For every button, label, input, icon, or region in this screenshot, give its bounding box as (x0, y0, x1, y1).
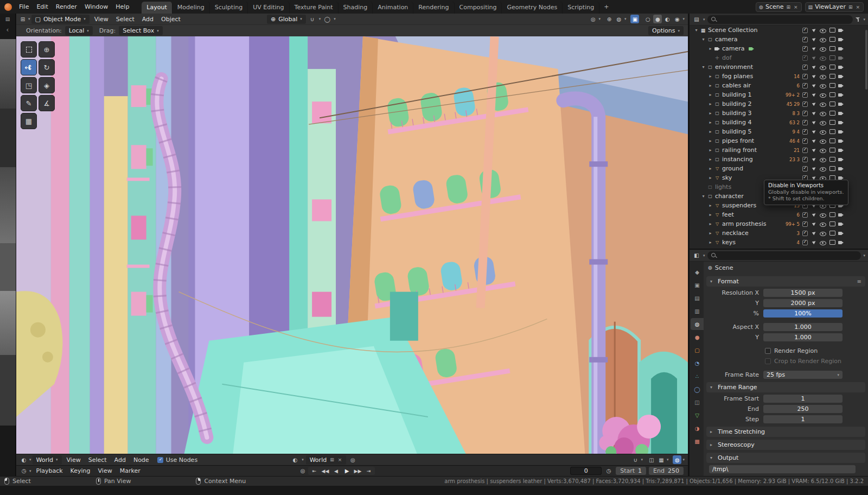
xray-toggle-icon[interactable]: ▣ (630, 15, 639, 23)
properties-tab-constraints[interactable] (691, 396, 704, 408)
mode-label[interactable]: Object Mode (43, 16, 81, 23)
disable-viewports-toggle[interactable] (829, 119, 835, 126)
timeline-menu[interactable]: View (94, 466, 116, 475)
overlay-toggle-icon[interactable]: ◍ (673, 455, 681, 464)
app-menu[interactable]: Window (81, 2, 112, 11)
frame-end-field[interactable]: End 250 (649, 467, 684, 475)
selectable-toggle[interactable] (811, 101, 818, 107)
gizmos-icon[interactable]: ⊕ (605, 15, 614, 23)
orientation-dropdown[interactable]: Local ▾ (65, 26, 93, 35)
disclosure-triangle-icon[interactable]: ▸ (707, 203, 713, 208)
select-box-tool[interactable] (21, 41, 37, 58)
add-cube-tool[interactable]: ▦ (21, 113, 37, 129)
new-scene-icon[interactable]: ⊞ (786, 4, 792, 10)
selectable-toggle[interactable] (811, 230, 818, 237)
shader-editor-icon[interactable]: ◐ (20, 455, 28, 464)
frame-start-field[interactable]: Start 1 (616, 467, 646, 475)
overlay-caret[interactable]: ▾ (682, 458, 685, 462)
unlink-world-icon[interactable]: × (337, 457, 343, 462)
disable-viewports-toggle[interactable] (829, 92, 835, 98)
disable-render-toggle[interactable] (838, 166, 844, 172)
disable-viewports-toggle[interactable] (829, 221, 835, 227)
shader-menu[interactable]: Select (85, 455, 111, 465)
disable-render-toggle[interactable] (838, 64, 844, 71)
shading-material-icon[interactable]: ◐ (663, 15, 672, 23)
hide-viewport-toggle[interactable] (820, 156, 826, 163)
outliner-editor-caret[interactable]: ▾ (703, 17, 705, 22)
disable-render-toggle[interactable] (838, 110, 844, 117)
move-tool[interactable] (21, 59, 37, 75)
outliner-row[interactable]: ▸▽ground (690, 164, 868, 173)
shader-type-dropdown[interactable]: World▾ (33, 455, 62, 465)
outliner-item-name[interactable]: camera (722, 45, 745, 52)
crop-render-region-checkbox[interactable] (765, 358, 771, 364)
hide-viewport-toggle[interactable] (820, 110, 826, 117)
orientation-value[interactable]: Local (69, 27, 85, 34)
workspace-tab[interactable]: Layout (142, 2, 172, 14)
workspace-tab[interactable]: Compositing (455, 2, 502, 14)
aspect-x-field[interactable]: 1.000 (763, 323, 843, 331)
options-button[interactable]: Options ▾ (648, 26, 684, 35)
outliner-item-name[interactable]: character (715, 193, 744, 200)
exclude-checkbox[interactable] (802, 82, 808, 89)
workspace-tab[interactable]: Animation (373, 2, 413, 14)
disable-render-toggle[interactable] (838, 129, 844, 135)
disclosure-triangle-icon[interactable]: ▸ (707, 129, 713, 134)
exclude-checkbox[interactable] (802, 221, 808, 227)
unlink-scene-icon[interactable]: × (793, 4, 799, 10)
disable-render-toggle[interactable] (838, 119, 844, 126)
hide-viewport-toggle[interactable] (820, 92, 826, 98)
properties-tab-tool[interactable] (691, 266, 704, 278)
filter-caret[interactable]: ▾ (863, 17, 865, 22)
workspace-tab[interactable]: Rendering (413, 2, 454, 14)
disable-viewports-toggle[interactable] (829, 46, 835, 52)
disable-viewports-toggle[interactable] (829, 239, 835, 246)
exclude-checkbox[interactable] (802, 92, 808, 98)
shader-editor-caret[interactable]: ▾ (29, 458, 31, 462)
disable-render-toggle[interactable] (838, 73, 844, 80)
play-button[interactable]: ▶ (342, 467, 352, 475)
shader-menu[interactable]: Add (111, 455, 130, 465)
disable-viewports-toggle[interactable] (829, 166, 835, 172)
properties-tab-object-data[interactable] (691, 409, 704, 421)
hide-viewport-toggle[interactable] (820, 230, 826, 237)
selectable-toggle[interactable] (811, 46, 818, 52)
properties-options-caret[interactable]: ▾ (863, 253, 865, 258)
visibility-caret[interactable]: ▾ (598, 17, 601, 21)
disclosure-triangle-icon[interactable]: ▸ (707, 166, 713, 171)
editor-type-icon[interactable]: ⊞ (18, 15, 27, 23)
hide-viewport-toggle[interactable] (820, 138, 826, 144)
exclude-checkbox[interactable] (802, 110, 808, 117)
shading-solid-icon[interactable]: ● (653, 15, 662, 23)
disclosure-triangle-icon[interactable]: ▾ (700, 65, 706, 69)
disclosure-triangle-icon[interactable]: ▸ (707, 221, 713, 226)
disable-viewports-toggle[interactable] (829, 230, 835, 237)
grid-icon[interactable]: ▦ (657, 455, 666, 464)
disclosure-triangle-icon[interactable]: ▸ (707, 148, 713, 153)
outliner-row[interactable]: ▸▢cables air6 (690, 81, 868, 90)
outliner-row[interactable]: ▸▢railing front21 (690, 145, 868, 155)
outliner-item-name[interactable]: keys (722, 239, 736, 246)
annotate-tool[interactable]: ✎ (21, 95, 37, 111)
disclosure-triangle-icon[interactable]: ▸ (707, 74, 713, 79)
frame-start-field[interactable]: 1 (763, 395, 843, 403)
outliner-item-name[interactable]: building 2 (722, 100, 752, 107)
exclude-checkbox[interactable] (802, 129, 808, 135)
disclosure-triangle-icon[interactable]: ▸ (707, 175, 713, 180)
snap-caret[interactable]: ▾ (319, 17, 321, 21)
selectable-toggle[interactable] (811, 110, 818, 117)
workspace-tab[interactable]: UV Editing (248, 2, 289, 14)
hide-viewport-toggle[interactable] (820, 27, 826, 34)
viewport-menu[interactable]: View (91, 15, 112, 24)
pin-icon[interactable]: ◎ (348, 455, 357, 464)
outliner-row[interactable]: ▸▢pipes front46 4 (690, 136, 868, 145)
selectable-toggle[interactable] (811, 156, 818, 163)
outliner-item-name[interactable]: lights (715, 183, 731, 191)
exclude-checkbox[interactable] (802, 147, 808, 154)
hide-viewport-toggle[interactable] (820, 221, 826, 227)
outliner-item-name[interactable]: feet (722, 211, 734, 218)
disable-render-toggle[interactable] (838, 230, 844, 237)
properties-search-input[interactable] (707, 251, 861, 260)
outliner-item-name[interactable]: building 3 (722, 110, 752, 117)
disable-render-toggle[interactable] (838, 156, 844, 163)
